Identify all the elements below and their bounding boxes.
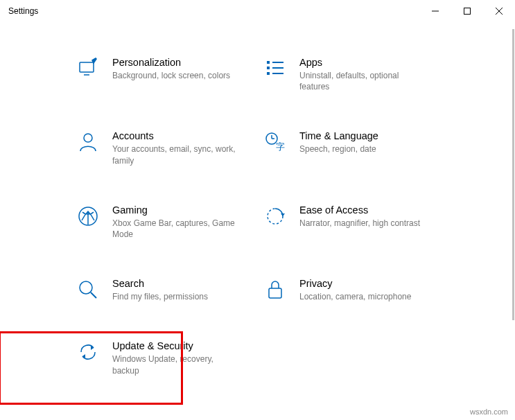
tile-title: Search <box>112 278 208 289</box>
gaming-icon <box>76 204 100 228</box>
svg-rect-6 <box>267 61 270 64</box>
svg-point-19 <box>80 281 92 294</box>
time-language-icon: 字 <box>263 130 287 154</box>
tile-title: Time & Language <box>299 130 378 141</box>
tile-search[interactable]: Search Find my files, permissions <box>76 278 256 302</box>
tile-text: Update & Security Windows Update, recove… <box>112 340 237 376</box>
tile-desc: Windows Update, recovery, backup <box>112 353 237 376</box>
maximize-icon <box>464 8 471 15</box>
tile-text: Accounts Your accounts, email, sync, wor… <box>112 130 237 166</box>
window-controls <box>419 0 515 22</box>
titlebar: Settings <box>0 0 515 22</box>
scrollbar-thumb[interactable] <box>512 29 514 320</box>
tile-desc: Location, camera, microphone <box>299 291 411 302</box>
svg-line-20 <box>91 292 96 298</box>
tile-title: Ease of Access <box>299 204 420 216</box>
tile-title: Accounts <box>112 130 237 141</box>
tile-update-security[interactable]: Update & Security Windows Update, recove… <box>76 340 256 376</box>
update-security-icon <box>76 340 100 364</box>
tile-gaming[interactable]: Gaming Xbox Game Bar, captures, Game Mod… <box>76 204 256 240</box>
search-icon <box>76 278 100 301</box>
tile-title: Personalization <box>112 57 230 68</box>
ease-of-access-icon <box>263 204 287 228</box>
close-icon <box>496 8 503 15</box>
tile-desc: Speech, region, date <box>299 143 378 155</box>
maximize-button[interactable] <box>451 0 483 22</box>
svg-rect-1 <box>464 8 471 14</box>
tile-title: Gaming <box>112 204 237 216</box>
tile-title: Apps <box>299 57 424 68</box>
tile-desc: Uninstall, defaults, optional features <box>299 70 424 92</box>
tile-text: Search Find my files, permissions <box>112 278 208 302</box>
close-button[interactable] <box>483 0 515 22</box>
tile-apps[interactable]: Apps Uninstall, defaults, optional featu… <box>263 57 444 92</box>
svg-marker-18 <box>281 213 285 216</box>
tile-desc: Narrator, magnifier, high contrast <box>299 218 420 229</box>
scrollbar[interactable] <box>511 22 515 420</box>
settings-content: Personalization Background, lock screen,… <box>0 22 515 420</box>
tile-text: Privacy Location, camera, microphone <box>299 278 411 302</box>
minimize-button[interactable] <box>419 0 451 22</box>
watermark: wsxdn.com <box>470 408 508 416</box>
tile-accounts[interactable]: Accounts Your accounts, email, sync, wor… <box>76 130 256 166</box>
tile-ease-of-access[interactable]: Ease of Access Narrator, magnifier, high… <box>263 204 444 240</box>
tile-text: Ease of Access Narrator, magnifier, high… <box>299 204 420 229</box>
minimize-icon <box>432 8 439 15</box>
tile-privacy[interactable]: Privacy Location, camera, microphone <box>263 278 444 302</box>
tile-time-language[interactable]: 字 Time & Language Speech, region, date <box>263 130 444 166</box>
svg-rect-4 <box>80 62 94 72</box>
tile-desc: Your accounts, email, sync, work, family <box>112 143 237 166</box>
svg-rect-7 <box>267 67 270 69</box>
tile-title: Privacy <box>299 278 411 289</box>
svg-text:字: 字 <box>276 141 285 152</box>
tile-desc: Xbox Game Bar, captures, Game Mode <box>112 218 237 240</box>
window-title: Settings <box>8 6 38 16</box>
tile-text: Personalization Background, lock screen,… <box>112 57 230 81</box>
svg-point-12 <box>84 134 92 142</box>
tile-title: Update & Security <box>112 340 237 351</box>
svg-rect-21 <box>269 288 281 298</box>
accounts-icon <box>76 130 100 154</box>
apps-icon <box>263 57 287 80</box>
tile-text: Gaming Xbox Game Bar, captures, Game Mod… <box>112 204 237 240</box>
tile-desc: Background, lock screen, colors <box>112 70 230 81</box>
tile-desc: Find my files, permissions <box>112 291 208 302</box>
personalization-icon <box>76 57 100 80</box>
tile-text: Apps Uninstall, defaults, optional featu… <box>299 57 424 92</box>
svg-rect-8 <box>267 72 270 75</box>
settings-grid: Personalization Background, lock screen,… <box>76 57 487 376</box>
tile-text: Time & Language Speech, region, date <box>299 130 378 155</box>
privacy-icon <box>263 278 287 301</box>
tile-personalization[interactable]: Personalization Background, lock screen,… <box>76 57 256 92</box>
